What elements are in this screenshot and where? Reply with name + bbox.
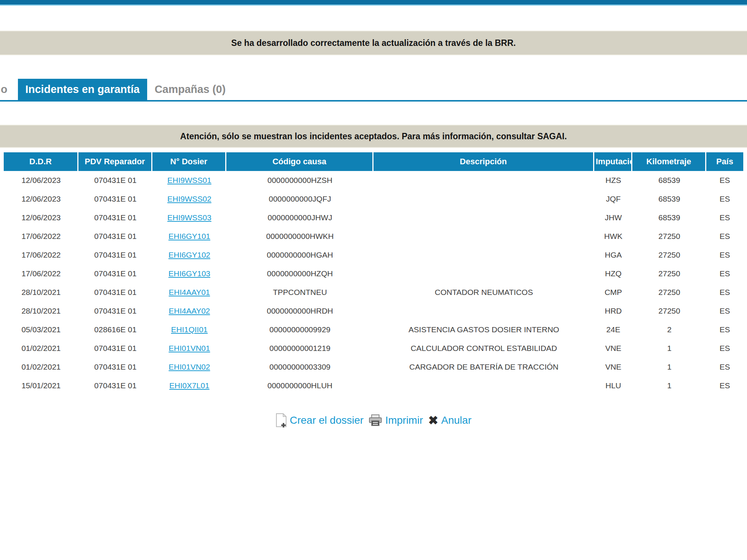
cell-codigo-causa: 00000000009929 (226, 320, 374, 339)
table-header-row: D.D.R PDV Reparador N° Dosier Código cau… (4, 152, 743, 171)
cell-codigo-causa: 0000000000JQFJ (226, 190, 374, 208)
cell-pdv-reparador: 028616E 01 (78, 320, 152, 339)
table-row: 15/01/2021 070431E 01 EHI0X7L01 00000000… (4, 376, 743, 395)
cell-pdv-reparador: 070431E 01 (78, 264, 152, 283)
dosier-link[interactable]: EHI9WSS01 (167, 176, 211, 184)
dosier-link[interactable]: EHI6GY103 (168, 269, 210, 278)
cell-imputacion: HRD (594, 302, 632, 320)
dosier-link[interactable]: EHI6GY101 (168, 232, 210, 240)
dosier-link[interactable]: EHI1QII01 (171, 325, 208, 334)
cell-pdv-reparador: 070431E 01 (78, 339, 152, 358)
cell-pais: ES (706, 339, 743, 358)
cell-descripcion (374, 171, 594, 190)
table-row: 01/02/2021 070431E 01 EHI01VN02 00000000… (4, 358, 743, 376)
dosier-link[interactable]: EHI9WSS02 (167, 195, 211, 203)
cell-pdv-reparador: 070431E 01 (78, 208, 152, 227)
incidents-table: D.D.R PDV Reparador N° Dosier Código cau… (4, 152, 743, 395)
cell-pais: ES (706, 302, 743, 320)
cell-n-dosier: EHI01VN01 (152, 339, 226, 358)
cancel-link[interactable]: ✖ Anular (428, 414, 471, 426)
cell-descripcion (374, 208, 594, 227)
cell-ddr: 15/01/2021 (4, 376, 78, 395)
cell-kilometraje: 27250 (632, 227, 706, 246)
cell-pais: ES (706, 190, 743, 208)
cell-ddr: 12/06/2023 (4, 171, 78, 190)
column-header-pais: País (706, 152, 743, 171)
notice-banner: Atención, sólo se muestran los incidente… (0, 125, 747, 148)
cell-descripcion (374, 190, 594, 208)
cell-n-dosier: EHI4AAY01 (152, 283, 226, 302)
cell-kilometraje: 68539 (632, 208, 706, 227)
table-row: 17/06/2022 070431E 01 EHI6GY103 00000000… (4, 264, 743, 283)
cell-pdv-reparador: 070431E 01 (78, 358, 152, 376)
action-links-bar: Crear el dossier Imprimir ✖ Anular (4, 410, 743, 431)
dosier-link[interactable]: EHI6GY102 (168, 251, 210, 259)
cell-descripcion (374, 246, 594, 264)
cell-pais: ES (706, 227, 743, 246)
cell-imputacion: JQF (594, 190, 632, 208)
table-row: 17/06/2022 070431E 01 EHI6GY102 00000000… (4, 246, 743, 264)
top-light-blue-line (0, 4, 747, 6)
dosier-link[interactable]: EHI0X7L01 (169, 381, 209, 390)
tab-partial-left[interactable]: o (0, 79, 10, 100)
cell-ddr: 28/10/2021 (4, 283, 78, 302)
dosier-link[interactable]: EHI01VN02 (169, 363, 210, 371)
cell-imputacion: HWK (594, 227, 632, 246)
cell-ddr: 12/06/2023 (4, 190, 78, 208)
cell-kilometraje: 27250 (632, 264, 706, 283)
cell-n-dosier: EHI9WSS01 (152, 171, 226, 190)
cell-imputacion: HZS (594, 171, 632, 190)
cell-codigo-causa: 0000000000HGAH (226, 246, 374, 264)
dosier-link[interactable]: EHI4AAY01 (169, 288, 210, 296)
cell-codigo-causa: TPPCONTNEU (226, 283, 374, 302)
table-row: 05/03/2021 028616E 01 EHI1QII01 00000000… (4, 320, 743, 339)
cell-imputacion: HLU (594, 376, 632, 395)
cell-imputacion: HZQ (594, 264, 632, 283)
table-row: 17/06/2022 070431E 01 EHI6GY101 00000000… (4, 227, 743, 246)
cell-codigo-causa: 0000000000HWKH (226, 227, 374, 246)
dosier-link[interactable]: EHI4AAY02 (169, 307, 210, 315)
cell-n-dosier: EHI6GY101 (152, 227, 226, 246)
tab-bar: o Incidentes en garantía Campañas (0) (0, 79, 747, 102)
cell-pais: ES (706, 283, 743, 302)
cell-pais: ES (706, 358, 743, 376)
document-add-icon (276, 413, 287, 427)
print-link[interactable]: Imprimir (369, 414, 423, 426)
create-dossier-link[interactable]: Crear el dossier (276, 413, 364, 427)
cell-n-dosier: EHI4AAY02 (152, 302, 226, 320)
cell-descripcion (374, 227, 594, 246)
cell-ddr: 01/02/2021 (4, 358, 78, 376)
cell-kilometraje: 1 (632, 376, 706, 395)
warranty-incidents-page: { "colors": { "topbar_blue": "#0d6fa2", … (0, 0, 747, 560)
top-blue-bar (0, 0, 747, 4)
cell-pdv-reparador: 070431E 01 (78, 376, 152, 395)
dosier-link[interactable]: EHI01VN01 (169, 344, 210, 352)
cell-kilometraje: 1 (632, 358, 706, 376)
cell-codigo-causa: 0000000000HZQH (226, 264, 374, 283)
cell-imputacion: HGA (594, 246, 632, 264)
column-header-ddr: D.D.R (4, 152, 78, 171)
cell-ddr: 17/06/2022 (4, 227, 78, 246)
column-header-imputacion: Imputación (594, 152, 632, 171)
cell-n-dosier: EHI1QII01 (152, 320, 226, 339)
cell-pdv-reparador: 070431E 01 (78, 190, 152, 208)
tab-incidentes-en-garantia[interactable]: Incidentes en garantía (18, 79, 147, 100)
cell-imputacion: JHW (594, 208, 632, 227)
column-header-n-dosier: N° Dosier (152, 152, 226, 171)
table-row: 12/06/2023 070431E 01 EHI9WSS01 00000000… (4, 171, 743, 190)
cell-imputacion: CMP (594, 283, 632, 302)
cell-ddr: 17/06/2022 (4, 246, 78, 264)
cell-ddr: 01/02/2021 (4, 339, 78, 358)
table-row: 12/06/2023 070431E 01 EHI9WSS02 00000000… (4, 190, 743, 208)
cell-codigo-causa: 00000000003309 (226, 358, 374, 376)
cell-kilometraje: 27250 (632, 283, 706, 302)
cell-imputacion: 24E (594, 320, 632, 339)
column-header-kilometraje: Kilometraje (632, 152, 706, 171)
cell-codigo-causa: 0000000000HRDH (226, 302, 374, 320)
dosier-link[interactable]: EHI9WSS03 (167, 213, 211, 222)
table-row: 28/10/2021 070431E 01 EHI4AAY01 TPPCONTN… (4, 283, 743, 302)
tab-campanas[interactable]: Campañas (0) (147, 79, 233, 100)
cell-n-dosier: EHI6GY102 (152, 246, 226, 264)
success-banner-message: Se ha desarrollado correctamente la actu… (231, 38, 516, 48)
cell-pais: ES (706, 376, 743, 395)
